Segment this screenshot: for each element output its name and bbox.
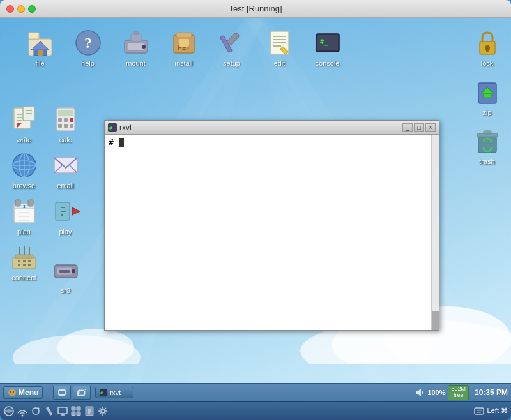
icon-edit[interactable]: edit bbox=[259, 24, 300, 70]
icon-calc[interactable]: calc bbox=[45, 101, 86, 147]
write-icon-img bbox=[9, 104, 40, 135]
puppy-icon bbox=[8, 388, 17, 397]
right-icons: lock zip bbox=[466, 24, 508, 169]
window-buttons bbox=[53, 386, 91, 400]
svg-text:?: ? bbox=[84, 34, 92, 51]
mount-icon-img bbox=[121, 27, 151, 58]
svg-rect-130 bbox=[475, 408, 484, 414]
bottom-tray-left bbox=[3, 405, 109, 417]
svg-rect-9 bbox=[29, 33, 39, 39]
icon-install[interactable]: PET install bbox=[163, 24, 204, 70]
keyboard-icon[interactable] bbox=[473, 405, 485, 417]
svg-rect-37 bbox=[486, 48, 489, 52]
svg-rect-87 bbox=[23, 264, 26, 266]
icon-plan[interactable]: 3 plan bbox=[3, 193, 45, 239]
terminal-close[interactable]: × bbox=[425, 123, 436, 132]
terminal-prompt-line: # bbox=[109, 137, 435, 147]
svg-point-94 bbox=[72, 269, 75, 273]
svg-rect-118 bbox=[58, 407, 67, 414]
menu-button[interactable]: Menu bbox=[3, 386, 43, 399]
svg-point-115 bbox=[22, 414, 24, 416]
pencil-icon[interactable] bbox=[43, 405, 55, 417]
flag-icon[interactable] bbox=[84, 405, 95, 417]
install-label: install bbox=[174, 59, 192, 67]
email-label: email bbox=[57, 182, 73, 190]
play-icon-img bbox=[50, 196, 81, 227]
icon-console[interactable]: #_ console bbox=[307, 24, 348, 70]
help-icon-img: ? bbox=[73, 27, 103, 58]
svg-rect-81 bbox=[13, 257, 36, 269]
trash-icon-img bbox=[472, 126, 503, 156]
left-icons-row2: write calc bbox=[3, 101, 105, 297]
svg-rect-82 bbox=[15, 255, 33, 259]
file-icon-img bbox=[25, 27, 56, 58]
main-window: Test [Running] bbox=[0, 0, 511, 420]
svg-rect-23 bbox=[179, 39, 189, 47]
refresh-icon[interactable] bbox=[30, 405, 42, 417]
terminal-cursor bbox=[119, 138, 124, 147]
minimize-button[interactable] bbox=[17, 5, 25, 13]
icon-sr0[interactable]: sr0 bbox=[45, 251, 86, 297]
svg-rect-12 bbox=[38, 50, 43, 56]
maximize-button[interactable] bbox=[28, 5, 36, 13]
volume-icon[interactable] bbox=[413, 387, 425, 398]
network-icon[interactable] bbox=[3, 405, 15, 417]
terminal-titlebar: # rxvt _ □ × bbox=[105, 121, 439, 135]
icon-trash[interactable]: trash bbox=[466, 123, 508, 169]
browse-icon-img bbox=[9, 150, 40, 181]
svg-rect-58 bbox=[64, 124, 68, 128]
icon-email[interactable]: email bbox=[45, 147, 86, 193]
volume-pct: 100% bbox=[427, 389, 445, 396]
taskbar-top: Menu bbox=[0, 384, 511, 401]
rxvt-icon: # bbox=[100, 389, 107, 396]
icon-zip[interactable]: zip bbox=[466, 73, 508, 119]
setup-label: setup bbox=[223, 59, 240, 67]
console-icon-img: #_ bbox=[312, 27, 343, 58]
play-label: play bbox=[59, 228, 72, 236]
svg-rect-59 bbox=[70, 124, 73, 128]
svg-rect-86 bbox=[18, 264, 20, 266]
icon-help[interactable]: ? help bbox=[67, 24, 109, 70]
icon-write[interactable]: write bbox=[3, 101, 45, 147]
icon-browse[interactable]: browse bbox=[3, 147, 45, 193]
icon-mount[interactable]: mount bbox=[115, 24, 156, 70]
svg-rect-75 bbox=[28, 200, 33, 206]
close-button[interactable] bbox=[6, 5, 14, 13]
win-btn-2[interactable] bbox=[73, 386, 91, 400]
menu-label: Menu bbox=[19, 388, 38, 397]
rxvt-taskbar-button[interactable]: # rxvt bbox=[95, 387, 133, 398]
sr0-label: sr0 bbox=[61, 287, 70, 294]
icon-play[interactable]: play bbox=[45, 193, 86, 239]
icon-file[interactable]: file bbox=[19, 24, 61, 70]
wifi-icon[interactable] bbox=[17, 405, 28, 417]
zip-icon-img bbox=[472, 77, 503, 107]
connect-icon-img bbox=[9, 242, 40, 273]
win-btn-1[interactable] bbox=[53, 386, 71, 400]
desktop: file ? help bbox=[0, 18, 511, 401]
svg-marker-77 bbox=[72, 207, 80, 215]
icon-lock[interactable]: lock bbox=[466, 24, 508, 70]
terminal-maximize[interactable]: □ bbox=[414, 123, 424, 132]
svg-text:#: # bbox=[109, 126, 112, 131]
grid-icon[interactable] bbox=[70, 405, 82, 417]
install-icon-img: PET bbox=[169, 27, 199, 58]
email-icon-img bbox=[50, 150, 81, 181]
svg-marker-116 bbox=[38, 407, 40, 409]
rxvt-label: rxvt bbox=[109, 389, 121, 396]
svg-rect-122 bbox=[77, 407, 80, 410]
settings-icon[interactable] bbox=[97, 405, 109, 417]
svg-text:#_: #_ bbox=[320, 38, 328, 46]
icon-connect[interactable]: connect bbox=[3, 239, 45, 297]
svg-rect-83 bbox=[18, 260, 20, 262]
bottom-right-area: Left ⌘ bbox=[473, 405, 508, 417]
edit-icon-img bbox=[264, 27, 295, 58]
terminal-window[interactable]: # rxvt _ □ × # bbox=[104, 120, 439, 331]
terminal-minimize[interactable]: _ bbox=[402, 123, 413, 132]
left-label: Left ⌘ bbox=[487, 407, 508, 415]
terminal-scrollbar-thumb[interactable] bbox=[432, 311, 439, 330]
terminal-scrollbar[interactable] bbox=[431, 135, 439, 330]
calc-label: calc bbox=[59, 136, 72, 144]
zip-label: zip bbox=[482, 109, 491, 116]
display-icon[interactable] bbox=[57, 405, 68, 417]
icon-setup[interactable]: setup bbox=[211, 24, 252, 70]
